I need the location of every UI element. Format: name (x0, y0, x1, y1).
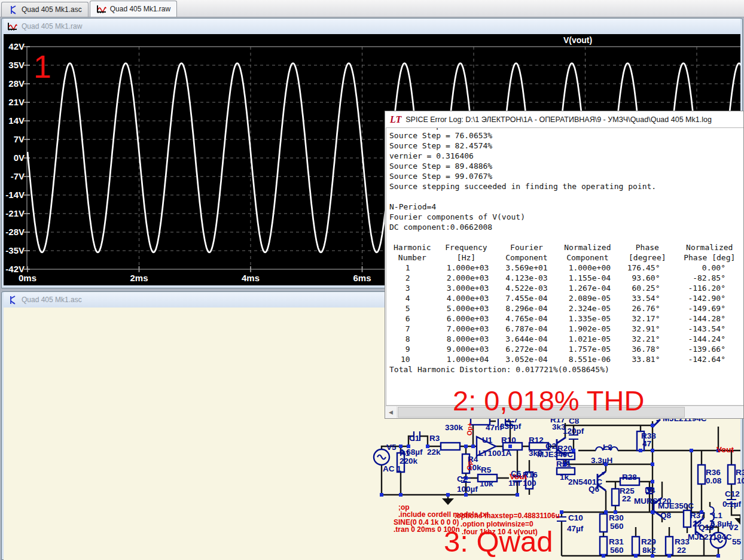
fourier-header-cell: Number (389, 252, 435, 263)
fourier-cell: 7.000e+03 (435, 324, 498, 334)
fourier-row: 22.000e+034.123e-031.155e-0493.60°-82.85… (389, 273, 743, 283)
fourier-cell: 2.324e-05 (556, 303, 619, 314)
error-log-content: Source Step =Source Step = 76.0653%Sourc… (386, 127, 743, 406)
fourier-header-cell: Phase (619, 242, 675, 252)
fourier-cell: 8.551e-06 (556, 354, 619, 364)
log-line (389, 191, 743, 202)
schematic-icon (7, 296, 18, 305)
y-axis-tick: 21V (8, 97, 25, 107)
log-line (389, 232, 743, 242)
log-line: N-Period=4 (389, 202, 743, 212)
log-horizontal-scrollbar[interactable]: ◀ (385, 406, 743, 418)
fourier-cell: 5 (389, 303, 435, 314)
y-axis-tick: -7V (11, 171, 25, 181)
fourier-cell: 6.787e-04 (497, 324, 556, 334)
error-log-titlebar[interactable]: LT SPICE Error Log: D:\1 ЭЛЕКТРОН\1А - О… (385, 111, 743, 127)
scrollbar-thumb[interactable] (398, 407, 685, 418)
error-log-title: SPICE Error Log: D:\1 ЭЛЕКТРОН\1А - ОПЕР… (405, 115, 712, 124)
ltspice-logo-icon: LT (390, 114, 401, 125)
scroll-left-arrow[interactable]: ◀ (385, 406, 397, 418)
trace-legend[interactable]: V(vout) (563, 35, 592, 45)
fourier-header-row: HarmonicFrequencyFourierNormalizedPhaseN… (389, 242, 743, 252)
fourier-cell: 8.000e+03 (435, 334, 498, 344)
fourier-header-cell: Component (556, 252, 619, 263)
waveform-icon (96, 5, 107, 14)
fourier-cell: -144.28° (676, 314, 743, 324)
fourier-cell: 33.54° (619, 293, 675, 303)
fourier-header-cell: Component (497, 252, 556, 263)
fourier-cell: 1.902e-05 (556, 324, 619, 334)
y-axis-tick: -21V (5, 208, 25, 218)
x-axis-tick: 2ms (130, 273, 148, 283)
fourier-cell: 3.569e+01 (497, 263, 556, 273)
y-axis-tick: 14V (8, 115, 25, 126)
y-axis-tick: -28V (5, 227, 25, 237)
fourier-cell: 2.089e-05 (556, 293, 619, 303)
schematic-window-title: Quad 405 Mk1.asc (22, 296, 82, 304)
fourier-header-cell: Frequency (435, 242, 498, 252)
fourier-table: HarmonicFrequencyFourierNormalizedPhaseN… (389, 242, 743, 364)
fourier-cell: 4 (389, 293, 435, 303)
fourier-row: 88.000e+033.644e-041.021e-0532.21°-144.2… (389, 334, 743, 344)
fourier-cell: 8 (389, 334, 435, 344)
y-axis-tick: 28V (8, 78, 25, 89)
log-line: vernier = 0.316406 (389, 151, 743, 161)
fourier-cell: 3 (389, 283, 435, 293)
fourier-cell: 6.000e+03 (435, 314, 498, 324)
document-tab-bar: Quad 405 Mk1.ascQuad 405 Mk1.raw (0, 0, 744, 17)
fourier-cell: 1.267e-04 (556, 283, 619, 293)
fourier-cell: 32.21° (619, 334, 675, 344)
fourier-row: 44.000e+037.455e-042.089e-0533.54°-142.9… (389, 293, 743, 303)
waveform-window-titlebar[interactable]: Quad 405 Mk1.raw (4, 19, 740, 34)
fourier-cell: 1.000e+03 (435, 263, 498, 273)
fourier-cell: 4.522e-03 (497, 283, 556, 293)
fourier-cell: -143.54° (676, 324, 743, 334)
y-axis-tick: 42V (8, 41, 25, 51)
fourier-header-cell: Normalized (676, 242, 743, 252)
fourier-header-cell: Normalized (556, 242, 619, 252)
fourier-cell: -82.85° (676, 273, 743, 283)
fourier-cell: 93.60° (619, 273, 675, 283)
x-axis-tick: 6ms (353, 273, 371, 283)
fourier-row: 11.000e+033.569e+011.000e+00176.45°0.00° (389, 263, 743, 273)
fourier-cell: 32.91° (619, 324, 675, 334)
thd-result-line: Total Harmonic Distortion: 0.017721%(0.0… (389, 364, 743, 375)
fourier-cell: 2.000e+03 (435, 273, 498, 283)
log-line: Source Step = 99.0767% (389, 171, 743, 181)
fourier-header-cell: [Hz] (435, 252, 498, 263)
y-axis-tick: -35V (5, 245, 25, 255)
fourier-cell: 1.000e+00 (556, 263, 619, 273)
fourier-cell: -144.24° (676, 334, 743, 344)
schematic-icon (8, 5, 19, 14)
log-line: DC component:0.0662008 (389, 222, 743, 232)
waveform-icon (7, 22, 18, 31)
fourier-cell: 1.021e-05 (556, 334, 619, 344)
waveform-window-title: Quad 405 Mk1.raw (22, 22, 82, 31)
fourier-cell: -149.69° (676, 303, 743, 314)
tab-asc[interactable]: Quad 405 Mk1.asc (1, 2, 89, 17)
log-line: Fourier components of V(vout) (389, 212, 743, 222)
fourier-cell: -116.20° (676, 283, 743, 293)
fourier-row: 55.000e+038.296e-042.324e-0526.76°-149.6… (389, 303, 743, 314)
fourier-cell: 33.81° (619, 354, 675, 364)
fourier-cell: 0.00° (676, 263, 743, 273)
fourier-cell: 36.78° (619, 344, 675, 354)
tab-label: Quad 405 Mk1.asc (22, 5, 82, 14)
fourier-cell: -142.64° (676, 354, 743, 364)
fourier-cell: 7 (389, 324, 435, 334)
fourier-cell: 176.45° (619, 263, 675, 273)
fourier-cell: 6.272e-04 (497, 344, 556, 354)
fourier-cell: 9 (389, 344, 435, 354)
fourier-row: 66.000e+034.765e-041.335e-0532.17°-144.2… (389, 314, 743, 324)
fourier-cell: 60.25° (619, 283, 675, 293)
fourier-header-cell: [degree] (619, 252, 675, 263)
fourier-cell: 1.155e-04 (556, 273, 619, 283)
fourier-cell: 26.76° (619, 303, 675, 314)
fourier-row: 99.000e+036.272e-041.757e-0536.78°-139.6… (389, 344, 743, 354)
y-axis-tick: 0V (14, 153, 25, 163)
log-line: Source Step = 82.4574% (389, 141, 743, 151)
tab-raw[interactable]: Quad 405 Mk1.raw (90, 1, 177, 17)
log-line: Source stepping succeeded in finding the… (389, 181, 743, 191)
fourier-cell: 2 (389, 273, 435, 283)
fourier-row: 101.000e+043.052e-048.551e-0633.81°-142.… (389, 354, 743, 364)
